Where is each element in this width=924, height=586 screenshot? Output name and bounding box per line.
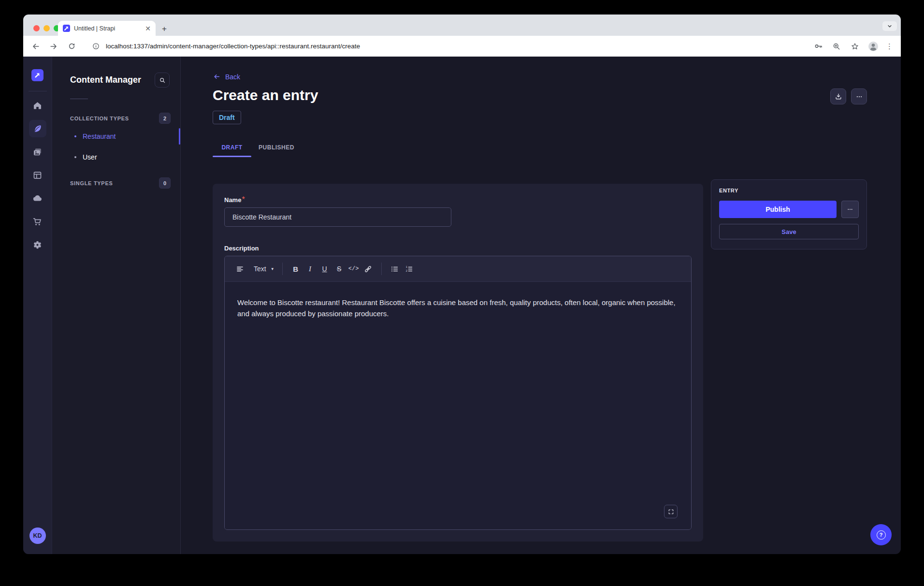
url-text: localhost:1337/admin/content-manager/col… (106, 43, 360, 50)
password-key-icon[interactable] (812, 41, 824, 52)
tab-title: Untitled | Strapi (74, 25, 141, 32)
svg-text:2: 2 (406, 269, 407, 272)
rich-text-editor: Text ▼ B I U S </> (224, 256, 692, 530)
bullet-icon (74, 156, 76, 158)
description-text: Welcome to Biscotte restaurant! Restaura… (237, 297, 679, 319)
site-info-icon[interactable] (90, 41, 101, 52)
search-icon (159, 76, 166, 84)
name-label: Name (224, 196, 241, 204)
profile-avatar-icon[interactable] (867, 41, 879, 52)
toolbar-separator (381, 263, 382, 275)
sidebar-item-restaurant[interactable]: Restaurant (52, 127, 180, 146)
back-nav-icon[interactable] (30, 41, 42, 52)
link-button[interactable] (361, 261, 375, 277)
content-manager-subnav: Content Manager COLLECTION TYPES 2 Resta… (52, 57, 181, 554)
draft-published-tabs: DRAFT PUBLISHED (213, 139, 867, 156)
content-type-builder-icon[interactable] (29, 166, 46, 184)
back-link[interactable]: Back (213, 73, 240, 81)
forward-nav-icon[interactable] (48, 41, 59, 52)
tab-search-button[interactable] (882, 21, 897, 31)
strapi-favicon-icon (63, 25, 70, 32)
single-types-count-badge: 0 (159, 177, 171, 189)
download-icon (834, 92, 843, 101)
tab-published[interactable]: PUBLISHED (251, 139, 302, 156)
bookmark-star-icon[interactable] (849, 41, 861, 52)
zoom-in-icon[interactable] (831, 41, 842, 52)
svg-text:1: 1 (406, 265, 407, 268)
close-window-button[interactable] (33, 25, 40, 31)
entry-panel: ENTRY Publish Save (711, 179, 867, 249)
publish-button[interactable]: Publish (719, 201, 837, 218)
page-title: Create an entry (213, 87, 867, 103)
minimize-window-button[interactable] (43, 25, 50, 31)
more-options-button[interactable] (851, 88, 867, 104)
description-label: Description (224, 245, 259, 252)
browser-window: Untitled | Strapi ✕ + localhost:1337/adm… (23, 15, 901, 554)
link-icon (363, 264, 373, 274)
tab-close-icon[interactable]: ✕ (145, 25, 151, 32)
collection-types-count-badge: 2 (159, 113, 171, 124)
browser-tab[interactable]: Untitled | Strapi ✕ (58, 21, 156, 36)
name-field: Name* (224, 195, 692, 227)
description-field: Description Text ▼ (224, 244, 692, 530)
entry-form-card: Name* Description Text (213, 184, 703, 542)
rail-divider (29, 91, 47, 91)
ellipsis-icon (846, 205, 854, 213)
help-button[interactable]: ? (870, 524, 892, 545)
home-icon[interactable] (29, 97, 46, 114)
settings-gear-icon[interactable] (29, 236, 46, 253)
browser-menu-icon[interactable]: ⋮ (886, 42, 893, 51)
italic-button[interactable]: I (303, 261, 318, 277)
question-mark-icon: ? (877, 530, 886, 540)
main-nav-rail: KD (23, 57, 52, 554)
bold-button[interactable]: B (289, 261, 303, 277)
strikethrough-button[interactable]: S (332, 261, 346, 277)
section-label-single-types: SINGLE TYPES (70, 180, 113, 186)
toolbar-separator (282, 263, 283, 275)
cloud-icon[interactable] (29, 190, 46, 207)
chevron-down-icon (886, 23, 893, 29)
required-marker: * (242, 195, 245, 204)
expand-editor-button[interactable] (664, 505, 678, 518)
bullet-list-button[interactable] (388, 261, 402, 277)
traffic-lights (33, 25, 60, 31)
strapi-logo-icon[interactable] (31, 69, 43, 81)
strapi-app: KD Content Manager COLLECTION TYPES 2 Re… (23, 57, 901, 554)
bullet-icon (74, 135, 76, 137)
code-button[interactable]: </> (346, 261, 361, 277)
entry-more-button[interactable] (841, 201, 859, 218)
export-download-button[interactable] (830, 88, 846, 104)
browser-toolbar: localhost:1337/admin/content-manager/col… (23, 36, 901, 57)
section-label-collection-types: COLLECTION TYPES (70, 116, 129, 121)
media-library-icon[interactable] (29, 143, 46, 161)
caret-down-icon: ▼ (271, 267, 274, 271)
search-button[interactable] (155, 73, 170, 88)
subnav-divider (70, 99, 88, 99)
underline-button[interactable]: U (318, 261, 332, 277)
numbered-list-button[interactable]: 12 (402, 261, 417, 277)
tab-draft[interactable]: DRAFT (213, 139, 251, 156)
subnav-title: Content Manager (70, 75, 141, 85)
editor-toolbar: Text ▼ B I U S </> (225, 256, 691, 281)
main-content: Back Create an entry Draft DRAFT PUBLISH… (181, 57, 901, 554)
marketplace-cart-icon[interactable] (29, 213, 46, 230)
sidebar-item-user[interactable]: User (52, 147, 180, 167)
content-manager-icon[interactable] (29, 120, 46, 137)
save-button[interactable]: Save (719, 224, 859, 239)
address-bar[interactable]: localhost:1337/admin/content-manager/col… (90, 41, 812, 52)
ellipsis-icon (855, 92, 864, 101)
user-avatar[interactable]: KD (29, 527, 46, 544)
entry-panel-title: ENTRY (719, 188, 859, 193)
name-input[interactable] (224, 207, 451, 227)
new-tab-button[interactable]: + (162, 25, 167, 33)
text-style-dropdown[interactable]: Text ▼ (252, 261, 276, 277)
editor-content[interactable]: Welcome to Biscotte restaurant! Restaura… (225, 281, 691, 529)
arrow-left-icon (213, 73, 221, 81)
browser-tab-strip: Untitled | Strapi ✕ + (23, 15, 901, 36)
fullscreen-icon (667, 508, 675, 515)
status-badge: Draft (213, 111, 241, 124)
text-align-icon[interactable] (232, 261, 247, 277)
reload-icon[interactable] (66, 41, 77, 52)
